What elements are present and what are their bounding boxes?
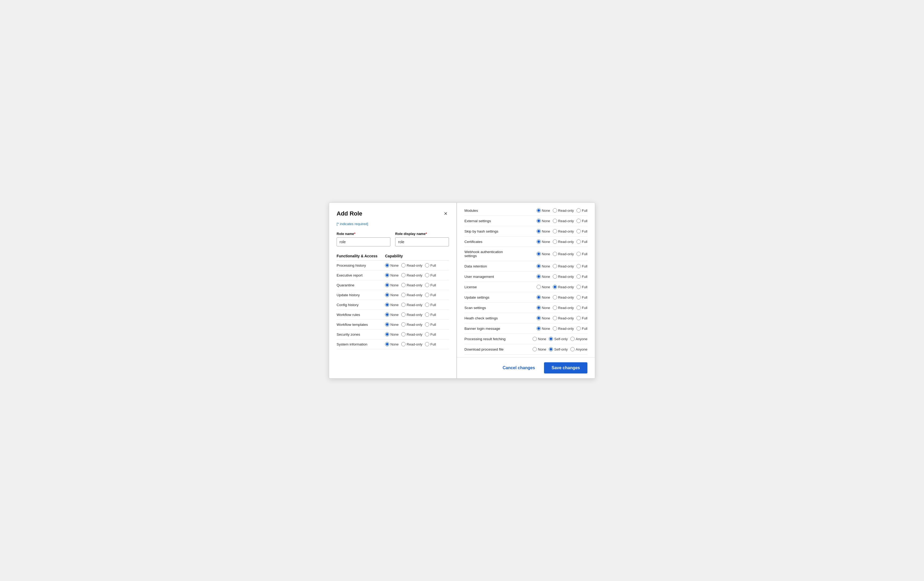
radio-option[interactable]: Read-only xyxy=(401,263,422,267)
radio-option[interactable]: Read-only xyxy=(401,342,422,346)
radio-option[interactable]: Full xyxy=(576,326,587,330)
radio-option[interactable]: Read-only xyxy=(553,239,574,244)
save-button[interactable]: Save changes xyxy=(544,362,587,373)
radio-option[interactable]: Full xyxy=(425,263,436,267)
radio-option[interactable]: None xyxy=(385,273,399,277)
radio-option[interactable]: Full xyxy=(576,264,587,268)
radio-option[interactable]: Read-only xyxy=(553,252,574,256)
table-row: Data retentionNoneRead-onlyFull xyxy=(464,261,587,271)
radio-option[interactable]: None xyxy=(385,322,399,327)
radio-option[interactable]: Read-only xyxy=(401,312,422,317)
radio-option[interactable]: Full xyxy=(425,322,436,327)
radio-option[interactable]: None xyxy=(536,252,550,256)
radio-option[interactable]: None xyxy=(536,285,550,289)
radio-option[interactable]: Full xyxy=(576,274,587,279)
radio-option[interactable]: None xyxy=(536,274,550,279)
table-row: QuarantineNoneRead-onlyFull xyxy=(337,280,449,290)
table-row: Update settingsNoneRead-onlyFull xyxy=(464,292,587,303)
radio-option[interactable]: Read-only xyxy=(553,219,574,223)
radio-option[interactable]: Full xyxy=(425,312,436,317)
role-display-name-input[interactable] xyxy=(395,238,449,246)
capability-label: Update settings xyxy=(464,295,513,299)
radio-option[interactable]: None xyxy=(536,229,550,233)
radio-group: NoneRead-onlyFull xyxy=(385,322,449,327)
radio-option[interactable]: Anyone xyxy=(570,347,587,352)
radio-option[interactable]: Full xyxy=(576,252,587,256)
radio-option[interactable]: None xyxy=(536,326,550,330)
role-name-input[interactable] xyxy=(337,238,390,246)
radio-option[interactable]: Full xyxy=(576,295,587,299)
radio-group: NoneRead-onlyFull xyxy=(385,312,449,317)
radio-option[interactable]: Self-only xyxy=(549,337,568,341)
radio-option[interactable]: None xyxy=(533,347,546,352)
radio-option[interactable]: Read-only xyxy=(553,274,574,279)
table-row: Webhook authentication settingsNoneRead-… xyxy=(464,247,587,261)
radio-group: NoneRead-onlyFull xyxy=(513,219,587,223)
radio-group: NoneRead-onlyFull xyxy=(385,303,449,307)
radio-group: NoneRead-onlyFull xyxy=(385,342,449,346)
radio-option[interactable]: None xyxy=(385,293,399,297)
radio-option[interactable]: Full xyxy=(576,219,587,223)
capability-label: Workflow templates xyxy=(337,323,385,327)
radio-option[interactable]: Read-only xyxy=(401,273,422,277)
radio-option[interactable]: None xyxy=(536,219,550,223)
radio-option[interactable]: Full xyxy=(425,332,436,337)
radio-option[interactable]: Read-only xyxy=(401,322,422,327)
capability-label: Processing history xyxy=(337,264,385,267)
radio-option[interactable]: None xyxy=(385,312,399,317)
radio-option[interactable]: None xyxy=(536,264,550,268)
radio-option[interactable]: None xyxy=(385,283,399,287)
radio-option[interactable]: Full xyxy=(576,239,587,244)
close-button[interactable]: × xyxy=(442,210,449,217)
required-star: * xyxy=(354,232,355,236)
radio-option[interactable]: None xyxy=(536,239,550,244)
radio-option[interactable]: None xyxy=(385,342,399,346)
radio-option[interactable]: Self-only xyxy=(549,347,568,352)
radio-option[interactable]: None xyxy=(385,303,399,307)
radio-option[interactable]: Read-only xyxy=(553,208,574,213)
radio-option[interactable]: None xyxy=(385,263,399,267)
radio-option[interactable]: Full xyxy=(425,342,436,346)
radio-option[interactable]: None xyxy=(385,332,399,337)
table-row: Update historyNoneRead-onlyFull xyxy=(337,290,449,300)
radio-option[interactable]: None xyxy=(536,305,550,310)
radio-option[interactable]: Read-only xyxy=(553,326,574,330)
radio-option[interactable]: None xyxy=(536,295,550,299)
radio-option[interactable]: Full xyxy=(576,305,587,310)
capability-label: Skip by hash settings xyxy=(464,229,513,233)
radio-option[interactable]: Full xyxy=(576,208,587,213)
radio-option[interactable]: None xyxy=(533,337,546,341)
radio-option[interactable]: Anyone xyxy=(570,337,587,341)
footer: Cancel changes Save changes xyxy=(457,357,595,378)
radio-option[interactable]: Full xyxy=(576,285,587,289)
radio-option[interactable]: Full xyxy=(425,273,436,277)
radio-option[interactable]: Read-only xyxy=(553,295,574,299)
radio-option[interactable]: Full xyxy=(576,316,587,320)
radio-option[interactable]: Full xyxy=(425,303,436,307)
left-capability-table: Processing historyNoneRead-onlyFullExecu… xyxy=(337,261,449,349)
radio-option[interactable]: Read-only xyxy=(401,293,422,297)
radio-option[interactable]: Read-only xyxy=(553,285,574,289)
radio-option[interactable]: Read-only xyxy=(553,316,574,320)
radio-option[interactable]: None xyxy=(536,208,550,213)
radio-option[interactable]: None xyxy=(536,316,550,320)
cancel-button[interactable]: Cancel changes xyxy=(498,363,540,373)
radio-option[interactable]: Full xyxy=(576,229,587,233)
capability-label: Scan settings xyxy=(464,306,513,310)
radio-option[interactable]: Read-only xyxy=(401,283,422,287)
capability-label: Workflow rules xyxy=(337,313,385,317)
radio-option[interactable]: Read-only xyxy=(401,332,422,337)
radio-group: NoneRead-onlyFull xyxy=(385,283,449,287)
table-row: Banner login messageNoneRead-onlyFull xyxy=(464,324,587,334)
radio-option[interactable]: Read-only xyxy=(553,229,574,233)
table-row: Executive reportNoneRead-onlyFull xyxy=(337,271,449,280)
functionality-header: Functionality & Access xyxy=(337,254,385,258)
radio-group: NoneRead-onlyFull xyxy=(513,305,587,310)
radio-option[interactable]: Read-only xyxy=(553,305,574,310)
radio-option[interactable]: Read-only xyxy=(401,303,422,307)
radio-group: NoneRead-onlyFull xyxy=(385,332,449,337)
radio-option[interactable]: Read-only xyxy=(553,264,574,268)
radio-option[interactable]: Full xyxy=(425,293,436,297)
capability-label: Certificates xyxy=(464,240,513,244)
radio-option[interactable]: Full xyxy=(425,283,436,287)
